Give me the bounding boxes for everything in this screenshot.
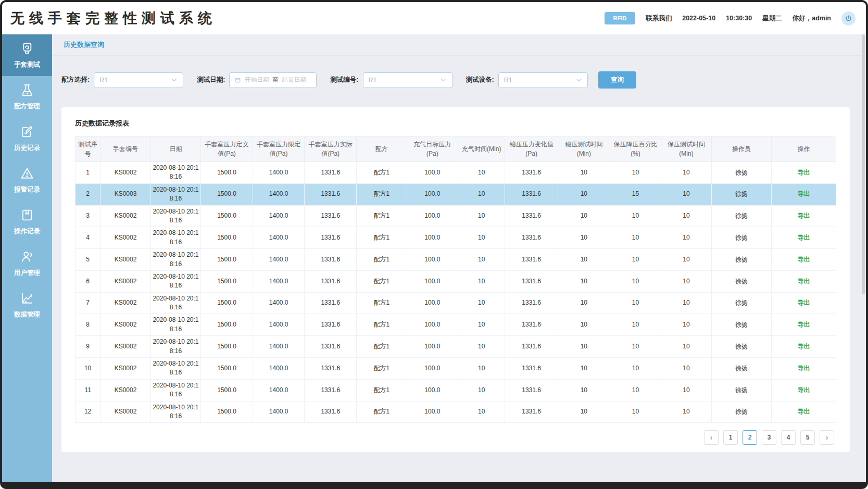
cell-inflate_min: 10 (458, 314, 505, 336)
cell-target: 100.0 (407, 205, 458, 227)
sidebar-item-6[interactable]: 用户管理 (2, 243, 52, 284)
device-select-label: 测试设备: (466, 76, 494, 84)
cell-hold_min: 10 (661, 336, 711, 358)
cell-limit: 1400.0 (253, 205, 305, 227)
cell-stab_min: 10 (558, 205, 610, 227)
export-link[interactable]: 导出 (798, 190, 810, 197)
app-window: 无线手套完整性测试系统 RFID 联系我们 2022-05-10 10:30:3… (0, 0, 868, 489)
power-icon[interactable] (841, 11, 856, 26)
cell-operator: 徐扬 (711, 401, 771, 423)
column-header: 稳压测试时间(Min) (558, 136, 610, 162)
pagination-page-5[interactable]: 5 (800, 430, 815, 445)
cell-seq: 3 (76, 205, 100, 227)
main-content: 历史数据查询 配方选择: R1 测试日期: 开始日期 至 结 (52, 34, 861, 482)
sidebar-item-2[interactable]: 配方管理 (2, 76, 52, 118)
recipe-select[interactable]: R1 (94, 72, 183, 88)
sidebar-item-label: 配方管理 (14, 102, 40, 111)
cell-seq: 2 (76, 183, 100, 205)
pagination-page-2[interactable]: 2 (743, 430, 757, 445)
scrollbar-thumb[interactable] (862, 34, 865, 294)
table-card: 历史数据记录报表 测试序号手套编号日期手套室压力定义值(Pa)手套室压力限定值(… (61, 107, 850, 452)
date-range-input[interactable]: 开始日期 至 结束日期 (229, 72, 317, 88)
cell-hold_pct: 10 (610, 358, 661, 380)
column-header: 手套室压力实际值(Pa) (305, 136, 357, 162)
column-header: 稳压压力变化值(Pa) (505, 136, 558, 162)
pagination-page-4[interactable]: 4 (781, 430, 796, 445)
pagination-page-1[interactable]: 1 (723, 430, 738, 445)
cell-actual: 1331.6 (305, 358, 357, 380)
cell-date: 2020-08-10 20:18:16 (150, 314, 200, 336)
pagination-next[interactable]: › (820, 430, 834, 445)
cell-limit: 1400.0 (253, 227, 305, 249)
cell-hold_pct: 10 (610, 292, 661, 314)
table-row: 1KS00022020-08-10 20:18:161500.01400.013… (76, 162, 836, 184)
cell-stab_min: 10 (558, 292, 610, 314)
cell-stab_change: 1331.6 (505, 162, 558, 184)
rfid-badge[interactable]: RFID (605, 12, 636, 24)
table-row: 12KS00022020-08-10 20:18:161500.01400.01… (76, 401, 836, 423)
cell-glove: KS0002 (100, 162, 150, 184)
cell-defined: 1500.0 (201, 314, 253, 336)
cell-stab_change: 1331.6 (505, 379, 558, 401)
cell-recipe: 配方1 (357, 162, 407, 184)
export-link[interactable]: 导出 (798, 365, 810, 372)
cell-inflate_min: 10 (458, 205, 505, 227)
cell-date: 2020-08-10 20:18:16 (150, 270, 200, 292)
sidebar-item-4[interactable]: 报警记录 (2, 159, 52, 201)
cell-date: 2020-08-10 20:18:16 (150, 162, 200, 184)
export-link[interactable]: 导出 (798, 343, 810, 350)
column-header: 手套室压力限定值(Pa) (253, 136, 305, 162)
chevron-down-icon (440, 77, 447, 83)
table-row: 6KS00022020-08-10 20:18:161500.01400.013… (76, 270, 836, 292)
sidebar-item-7[interactable]: 数据管理 (2, 284, 52, 326)
cell-hold_min: 10 (661, 379, 711, 401)
pagination-page-3[interactable]: 3 (762, 430, 776, 445)
export-link[interactable]: 导出 (798, 299, 810, 306)
cell-inflate_min: 10 (458, 336, 505, 358)
cell-seq: 4 (76, 227, 100, 249)
cell-action: 导出 (772, 379, 836, 401)
page-title: 历史数据查询 (52, 34, 861, 56)
export-link[interactable]: 导出 (798, 408, 810, 415)
user-icon (20, 249, 34, 264)
export-link[interactable]: 导出 (798, 169, 810, 176)
device-select[interactable]: R1 (498, 72, 588, 88)
export-link[interactable]: 导出 (798, 278, 810, 285)
cell-operator: 徐扬 (711, 205, 771, 227)
current-date: 2022-05-10 (682, 15, 715, 22)
export-link[interactable]: 导出 (798, 234, 810, 241)
table-row: 7KS00022020-08-10 20:18:161500.01400.013… (76, 292, 836, 314)
cell-stab_change: 1331.6 (505, 249, 558, 271)
sidebar-item-label: 操作记录 (14, 227, 40, 236)
cell-date: 2020-08-10 20:18:16 (150, 401, 200, 423)
cell-defined: 1500.0 (201, 379, 253, 401)
date-range-label: 测试日期: (197, 76, 225, 84)
cell-operator: 徐扬 (711, 336, 771, 358)
export-link[interactable]: 导出 (798, 321, 810, 328)
table-row: 9KS00022020-08-10 20:18:161500.01400.013… (76, 336, 836, 358)
test-no-select[interactable]: R1 (363, 72, 452, 88)
cell-target: 100.0 (407, 336, 458, 358)
cell-hold_pct: 10 (610, 401, 661, 423)
table-title: 历史数据记录报表 (75, 119, 836, 128)
pagination-prev[interactable]: ‹ (704, 430, 719, 445)
sidebar-item-1[interactable]: 手套测试 (2, 34, 52, 76)
cell-action: 导出 (772, 358, 836, 380)
sidebar-item-5[interactable]: 操作记录 (2, 201, 52, 243)
cell-glove: KS0002 (100, 270, 150, 292)
cell-stab_change: 1331.6 (505, 336, 558, 358)
sidebar-item-3[interactable]: 历史记录 (2, 118, 52, 159)
cell-hold_min: 10 (661, 401, 711, 423)
cell-action: 导出 (772, 162, 836, 184)
cell-actual: 1331.6 (305, 314, 357, 336)
contact-us-link[interactable]: 联系我们 (646, 14, 672, 23)
export-link[interactable]: 导出 (798, 386, 810, 394)
export-link[interactable]: 导出 (798, 256, 810, 263)
cell-limit: 1400.0 (253, 336, 305, 358)
export-link[interactable]: 导出 (798, 212, 810, 219)
scrollbar[interactable] (861, 34, 866, 482)
query-button[interactable]: 查询 (598, 71, 636, 89)
flask-icon (20, 83, 34, 97)
cell-defined: 1500.0 (201, 358, 253, 380)
cell-stab_change: 1331.6 (505, 227, 558, 249)
